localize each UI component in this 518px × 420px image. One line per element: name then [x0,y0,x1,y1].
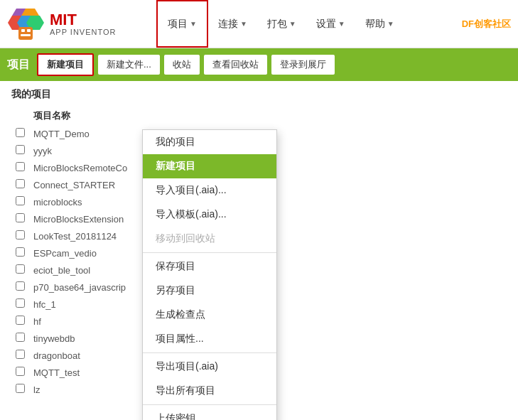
svg-rect-8 [21,34,31,36]
dropdown-separator [143,252,276,253]
col-name-header: 项目名称 [29,107,507,125]
view-trash-button[interactable]: 查看回收站 [204,55,267,75]
project-checkbox[interactable] [16,162,25,171]
project-checkbox[interactable] [16,333,25,342]
project-checkbox[interactable] [16,128,25,137]
nav-menu: 项目 ▼ 连接 ▼ 打包 ▼ 设置 ▼ 帮助 ▼ [156,0,404,48]
project-checkbox[interactable] [16,367,25,376]
dropdown-item-properties[interactable]: 项目属性... [143,327,276,351]
login-gallery-button[interactable]: 登录到展厅 [271,55,335,75]
project-checkbox[interactable] [16,179,25,188]
content-area: 我的项目 项目名称 MQTT_Demo yyyk MicroBlocksRemo… [0,81,518,420]
df-logo: DF创客社区 [462,18,511,31]
project-checkbox[interactable] [16,350,25,359]
trash-button[interactable]: 收站 [164,55,200,75]
dropdown-separator [143,352,276,353]
new-project-button[interactable]: 新建项目 [37,53,94,76]
dropdown-item-export-aia[interactable]: 导出项目(.aia) [143,355,276,379]
dropdown-menu: 我的项目新建项目导入项目(.aia)...导入模板(.aia)...移动到回收站… [142,129,277,420]
logo-appinventor: APP INVENTOR [50,28,117,36]
dropdown-item-import-aia[interactable]: 导入项目(.aia)... [143,178,276,203]
nav-help-label: 帮助 [365,18,385,31]
project-checkbox[interactable] [16,316,25,325]
nav-item-build[interactable]: 打包 ▼ [257,0,306,48]
new-file-button[interactable]: 新建文件... [98,55,160,75]
logo-text: MIT APP INVENTOR [50,12,117,36]
nav-item-connect[interactable]: 连接 ▼ [208,0,257,48]
dropdown-item-move-trash: 移动到回收站 [143,227,276,251]
svg-rect-7 [27,29,31,32]
col-checkbox [11,107,29,125]
dropdown-separator [143,404,276,405]
nav-project-arrow: ▼ [190,20,197,28]
nav-settings-label: 设置 [316,18,336,31]
project-checkbox[interactable] [16,247,25,257]
nav-settings-arrow: ▼ [338,20,345,28]
nav-build-arrow: ▼ [289,20,296,28]
toolbar-title: 项目 [7,58,30,72]
project-checkbox[interactable] [16,264,25,274]
dropdown-item-save-as[interactable]: 另存项目 [143,279,276,303]
logo-mit: MIT [50,12,117,28]
project-checkbox[interactable] [16,298,25,308]
project-checkbox[interactable] [16,230,25,239]
logo-area: MIT APP INVENTOR [7,6,156,43]
svg-rect-6 [21,29,25,32]
header: MIT APP INVENTOR 项目 ▼ 连接 ▼ 打包 ▼ 设置 ▼ 帮助 … [0,0,518,48]
dropdown-item-export-all[interactable]: 导出所有项目 [143,379,276,403]
dropdown-item-my-projects[interactable]: 我的项目 [143,130,276,154]
toolbar: 项目 新建项目 新建文件... 收站 查看回收站 登录到展厅 [0,48,518,81]
project-checkbox[interactable] [16,281,25,291]
nav-build-label: 打包 [267,18,287,31]
nav-connect-label: 连接 [218,18,238,31]
nav-connect-arrow: ▼ [240,20,247,28]
dropdown-item-new-project[interactable]: 新建项目 [143,154,276,178]
dropdown-item-import-template[interactable]: 导入模板(.aia)... [143,203,276,227]
svg-rect-5 [18,27,33,40]
project-section-title: 我的项目 [11,88,507,101]
nav-item-project[interactable]: 项目 ▼ [156,0,208,48]
project-checkbox[interactable] [16,384,25,393]
dropdown-item-upload-keystore[interactable]: 上传密钥 [143,406,276,420]
dropdown-item-save-project[interactable]: 保存项目 [143,254,276,279]
nav-item-settings[interactable]: 设置 ▼ [306,0,355,48]
project-checkbox[interactable] [16,145,25,154]
logo-icon [7,6,44,43]
nav-help-arrow: ▼ [387,20,394,28]
project-checkbox[interactable] [16,213,25,222]
dropdown-item-checkpoint[interactable]: 生成检查点 [143,303,276,327]
project-checkbox[interactable] [16,196,25,205]
nav-item-help[interactable]: 帮助 ▼ [355,0,404,48]
nav-project-label: 项目 [168,18,188,31]
